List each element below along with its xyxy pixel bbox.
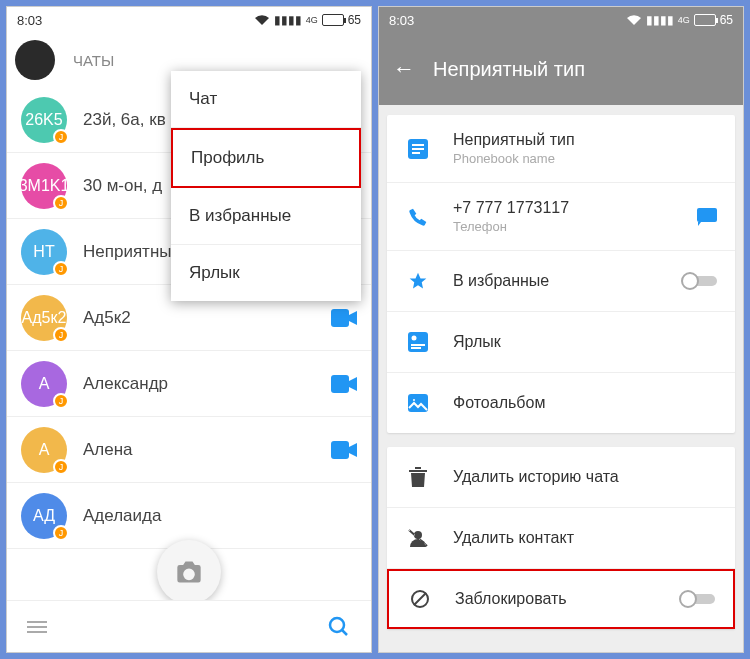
camera-fab[interactable]: [157, 540, 221, 604]
menu-icon[interactable]: [27, 621, 47, 633]
favorite-toggle[interactable]: [681, 272, 717, 290]
album-label: Фотоальбом: [453, 394, 717, 412]
svg-line-20: [414, 593, 426, 605]
status-icons: ▮▮▮▮ 4G 65: [254, 13, 361, 27]
contact-name: Александр: [83, 374, 331, 394]
search-icon[interactable]: [327, 615, 351, 639]
svg-rect-8: [412, 152, 420, 154]
actions-card: Удалить историю чата Удалить контакт Заб…: [387, 447, 735, 629]
message-icon[interactable]: [697, 208, 717, 226]
phone-icon: [405, 207, 431, 227]
contact-name: Алена: [83, 440, 331, 460]
shortcut-label: Ярлык: [453, 333, 717, 351]
badge-icon: J: [53, 459, 69, 475]
svg-rect-1: [331, 375, 349, 393]
contact-row[interactable]: АJАлександр: [7, 351, 371, 417]
contact-icon: [405, 139, 431, 159]
battery-label: 65: [348, 13, 361, 27]
badge-icon: J: [53, 327, 69, 343]
wifi-icon: [626, 14, 642, 26]
bottom-bar: [7, 600, 371, 652]
delete-contact-icon: [405, 528, 431, 548]
clear-history-row[interactable]: Удалить историю чата: [387, 447, 735, 507]
svg-rect-0: [331, 309, 349, 327]
star-icon: [405, 271, 431, 291]
contact-name: Неприятный тип: [453, 131, 717, 149]
badge-icon: J: [53, 129, 69, 145]
contact-name: Аделаида: [83, 506, 357, 526]
profile-title: Неприятный тип: [433, 58, 585, 81]
block-row[interactable]: Заблокировать: [387, 569, 735, 629]
svg-rect-2: [331, 441, 349, 459]
favorite-label: В избранные: [453, 272, 681, 290]
menu-shortcut[interactable]: Ярлык: [171, 245, 361, 301]
contact-name-sub: Phonebook name: [453, 151, 717, 166]
network-label: 4G: [306, 15, 318, 25]
svg-rect-9: [697, 208, 717, 222]
back-icon[interactable]: ←: [393, 56, 415, 82]
block-icon: [407, 589, 433, 609]
status-bar: 8:03 ▮▮▮▮ 4G 65: [7, 7, 371, 33]
contact-avatar: АДJ: [21, 493, 67, 539]
video-icon[interactable]: [331, 375, 357, 393]
shortcut-row[interactable]: Ярлык: [387, 312, 735, 372]
name-row: Неприятный тип Phonebook name: [387, 115, 735, 182]
menu-chat[interactable]: Чат: [171, 71, 361, 128]
phone-left: 8:03 ▮▮▮▮ 4G 65 ЧАТЫ K 26K5J23й, 6а, кв3…: [6, 6, 372, 653]
profile-body: Неприятный тип Phonebook name +7 777 177…: [379, 105, 743, 652]
signal-icon: ▮▮▮▮: [646, 13, 674, 27]
clear-history-label: Удалить историю чата: [453, 468, 717, 486]
shortcut-icon: [405, 332, 431, 352]
wifi-icon: [254, 14, 270, 26]
network-label: 4G: [678, 15, 690, 25]
badge-icon: J: [53, 525, 69, 541]
contact-avatar: Ад5к2J: [21, 295, 67, 341]
svg-rect-6: [412, 144, 424, 146]
phone-sub: Телефон: [453, 219, 697, 234]
svg-rect-13: [411, 347, 421, 349]
phone-row[interactable]: +7 777 1773117 Телефон: [387, 183, 735, 250]
svg-rect-7: [412, 148, 424, 150]
context-menu: Чат Профиль В избранные Ярлык: [171, 71, 361, 301]
block-label: Заблокировать: [455, 590, 679, 608]
badge-icon: J: [53, 195, 69, 211]
contact-row[interactable]: АJАлена: [7, 417, 371, 483]
menu-profile[interactable]: Профиль: [171, 128, 361, 188]
tab-chats[interactable]: ЧАТЫ: [73, 52, 114, 69]
video-icon[interactable]: [331, 441, 357, 459]
menu-favorite[interactable]: В избранные: [171, 188, 361, 245]
status-time: 8:03: [17, 13, 42, 28]
svg-line-4: [342, 630, 347, 635]
battery-label: 65: [720, 13, 733, 27]
photo-icon: [405, 394, 431, 412]
battery-icon: [322, 14, 344, 26]
camera-icon: [175, 560, 203, 584]
video-icon[interactable]: [331, 309, 357, 327]
svg-point-11: [412, 336, 417, 341]
status-icons: ▮▮▮▮ 4G 65: [626, 13, 733, 27]
profile-avatar[interactable]: [15, 40, 55, 80]
info-card: Неприятный тип Phonebook name +7 777 177…: [387, 115, 735, 433]
contact-avatar: АJ: [21, 361, 67, 407]
status-bar: 8:03 ▮▮▮▮ 4G 65: [379, 7, 743, 33]
contact-avatar: НТJ: [21, 229, 67, 275]
trash-icon: [405, 467, 431, 487]
contact-name: Ад5к2: [83, 308, 331, 328]
svg-rect-12: [411, 344, 425, 346]
svg-point-3: [330, 618, 344, 632]
svg-point-15: [412, 398, 416, 402]
delete-contact-row[interactable]: Удалить контакт: [387, 508, 735, 568]
block-toggle[interactable]: [679, 590, 715, 608]
badge-icon: J: [53, 393, 69, 409]
signal-icon: ▮▮▮▮: [274, 13, 302, 27]
battery-icon: [694, 14, 716, 26]
delete-contact-label: Удалить контакт: [453, 529, 717, 547]
contact-avatar: 3M1K1J: [21, 163, 67, 209]
badge-icon: J: [53, 261, 69, 277]
album-row[interactable]: Фотоальбом: [387, 373, 735, 433]
profile-header: ← Неприятный тип: [379, 33, 743, 105]
contact-avatar: АJ: [21, 427, 67, 473]
favorite-row[interactable]: В избранные: [387, 251, 735, 311]
phone-number: +7 777 1773117: [453, 199, 697, 217]
phone-right: 8:03 ▮▮▮▮ 4G 65 ← Неприятный тип Неприят…: [378, 6, 744, 653]
